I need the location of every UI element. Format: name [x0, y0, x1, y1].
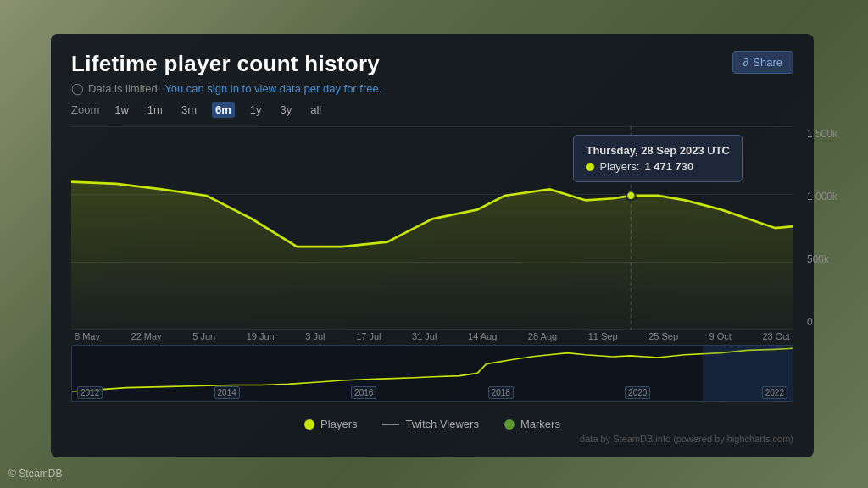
- notice-icon: ◯: [71, 82, 84, 95]
- mini-label-2014: 2014: [214, 386, 240, 399]
- y-label-500k: 500k: [807, 253, 837, 265]
- legend-twitch-line: [382, 424, 399, 425]
- legend-markers-dot: [504, 419, 515, 430]
- x-label-3: 19 Jun: [247, 331, 275, 341]
- chart-panel: Lifetime player count history ∂ Share ◯ …: [51, 34, 814, 458]
- x-label-2: 5 Jun: [192, 331, 215, 341]
- x-label-4: 3 Jul: [305, 331, 325, 341]
- y-label-0: 0: [807, 316, 837, 328]
- x-axis-labels: 8 May 22 May 5 Jun 19 Jun 3 Jul 17 Jul 3…: [71, 331, 793, 341]
- x-label-9: 11 Sep: [588, 331, 618, 341]
- mini-labels: 2012 2014 2016 2018 2020 2022: [72, 386, 793, 399]
- legend-twitch: Twitch Viewers: [382, 418, 478, 430]
- main-chart: 1 500k 1 000k 500k 0: [71, 126, 793, 330]
- x-label-8: 28 Aug: [528, 331, 557, 341]
- mini-player-line: [72, 349, 793, 392]
- mini-chart: 2012 2014 2016 2018 2020 2022: [71, 345, 793, 402]
- zoom-1m[interactable]: 1m: [144, 102, 166, 118]
- copyright: © SteamDB: [8, 468, 63, 480]
- zoom-bar: Zoom 1w 1m 3m 6m 1y 3y all: [71, 102, 793, 118]
- legend-players-label: Players: [320, 418, 357, 430]
- y-label-1500k: 1 500k: [807, 128, 837, 140]
- zoom-1w[interactable]: 1w: [111, 102, 132, 118]
- data-credit: data by SteamDB.info (powered by highcha…: [71, 434, 793, 444]
- x-label-5: 17 Jul: [356, 331, 381, 341]
- x-label-1: 22 May: [131, 331, 162, 341]
- x-label-11: 9 Oct: [709, 331, 732, 341]
- zoom-all[interactable]: all: [307, 102, 325, 118]
- legend-markers-label: Markers: [520, 418, 560, 430]
- mini-label-2022: 2022: [762, 386, 787, 399]
- x-label-12: 23 Oct: [762, 331, 789, 341]
- legend-players-dot: [304, 419, 314, 430]
- tooltip-point: [626, 191, 636, 201]
- x-label-10: 25 Sep: [648, 331, 678, 341]
- mini-label-2020: 2020: [625, 386, 650, 399]
- zoom-6m[interactable]: 6m: [212, 102, 235, 118]
- legend-markers: Markers: [504, 418, 560, 430]
- main-chart-svg: [71, 126, 793, 330]
- share-icon: ∂: [743, 56, 748, 69]
- mini-label-2016: 2016: [351, 386, 376, 399]
- legend-players: Players: [304, 418, 357, 430]
- x-label-7: 14 Aug: [468, 331, 497, 341]
- zoom-3m[interactable]: 3m: [178, 102, 200, 118]
- mini-label-2012: 2012: [77, 386, 103, 399]
- page-title: Lifetime player count history: [71, 51, 380, 77]
- zoom-1y[interactable]: 1y: [247, 102, 265, 118]
- legend-twitch-label: Twitch Viewers: [405, 418, 478, 430]
- y-label-1000k: 1 000k: [807, 191, 837, 202]
- panel-header: Lifetime player count history ∂ Share: [71, 51, 793, 77]
- data-notice: ◯ Data is limited. You can sign in to vi…: [71, 82, 793, 95]
- mini-label-2018: 2018: [488, 386, 514, 399]
- legend: Players Twitch Viewers Markers: [71, 418, 793, 430]
- share-button[interactable]: ∂ Share: [732, 51, 793, 74]
- chart-area: Thursday, 28 Sep 2023 UTC Players: 1 471…: [71, 126, 793, 409]
- x-label-6: 31 Jul: [412, 331, 437, 341]
- sign-in-link[interactable]: You can sign in to view data per day for…: [164, 82, 381, 95]
- chart-area-fill: [71, 182, 793, 330]
- x-label-0: 8 May: [75, 331, 100, 341]
- zoom-3y[interactable]: 3y: [277, 102, 296, 118]
- zoom-label: Zoom: [71, 103, 99, 116]
